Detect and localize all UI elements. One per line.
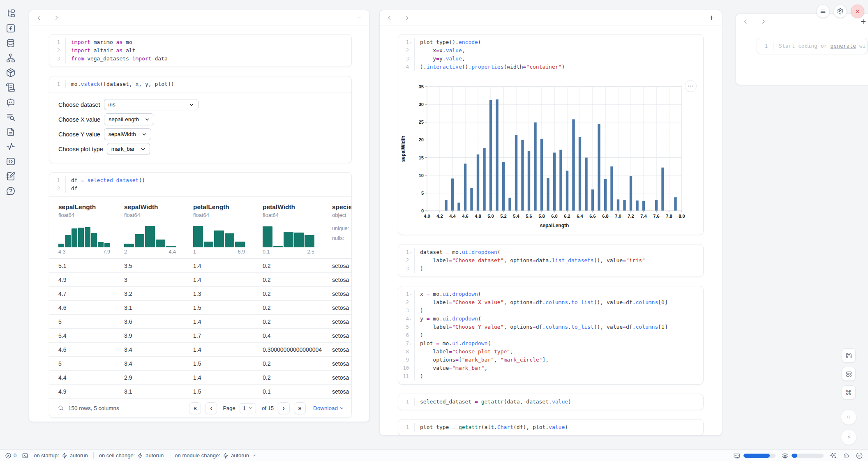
code-editor[interactable]: 1selected_dataset = getattr(data, datase…	[398, 394, 703, 410]
code-line: import altair as alt	[71, 46, 168, 55]
sidebar-help-button[interactable]	[6, 186, 16, 196]
line-number: 2	[53, 184, 65, 193]
code-cell-imports[interactable]: 123import marimo as moimport altair as a…	[49, 34, 352, 67]
sidebar-package-button[interactable]	[6, 68, 16, 78]
code-cell-plot-cell[interactable]: 1⌄234plot_type().encode( x=x.value, y=y.…	[398, 34, 704, 235]
download-button[interactable]: Download	[313, 405, 344, 411]
generate-with-ai-link[interactable]: generate	[830, 43, 856, 49]
code-editor[interactable]: 1plot_type = getattr(alt.Chart(df), plot…	[398, 420, 703, 435]
first-page-button[interactable]: «	[189, 402, 201, 414]
code-cell-plot-type[interactable]: 1plot_type = getattr(alt.Chart(df), plot…	[398, 419, 704, 436]
sidebar-function-square-button[interactable]	[6, 23, 16, 33]
function-square-icon	[6, 23, 16, 33]
table-row[interactable]: 4.42.91.40.2setosa	[49, 371, 351, 385]
svg-text:5.2: 5.2	[500, 214, 506, 219]
line-number-gutter: 12	[49, 176, 66, 193]
sidebar-scratchpad-button[interactable]	[6, 157, 16, 166]
code-cell-dataset-dropdown[interactable]: 1⌄23dataset = mo.ui.dropdown( label="Cho…	[398, 244, 704, 277]
table-row[interactable]: 4.73.21.30.2setosa	[49, 287, 351, 301]
code-editor[interactable]: 1⌄234plot_type().encode( x=x.value, y=y.…	[398, 35, 703, 75]
sidebar-database-button[interactable]	[6, 38, 16, 48]
chevron-right-icon[interactable]	[404, 15, 410, 21]
table-row[interactable]: 5.43.91.70.4setosa	[49, 329, 351, 343]
code-editor[interactable]: 1⌄23dataset = mo.ui.dropdown( label="Cho…	[398, 244, 703, 277]
add-cell-icon[interactable]	[708, 14, 715, 21]
page-number-select[interactable]: 1	[240, 403, 256, 413]
error-count-indicator[interactable]: 0	[5, 452, 16, 459]
bar-chart[interactable]: 4.04.24.44.64.85.05.25.45.65.86.06.26.46…	[398, 79, 704, 232]
dropdown-select-iris[interactable]: iris	[104, 99, 199, 110]
code-cell-dataframe[interactable]: 12df = selected_dataset()dfsepalLengthfl…	[49, 172, 352, 418]
chart-options-button[interactable]	[685, 80, 697, 92]
chevron-down-icon	[251, 453, 256, 458]
table-row[interactable]: 53.41.50.2setosa	[49, 357, 351, 371]
chevron-left-icon[interactable]	[386, 15, 392, 21]
code-editor[interactable]: 1mo.vstack([dataset, x, y, plot])	[49, 76, 351, 92]
column-stats: unique:nulls:	[332, 224, 351, 243]
altair-chart-output[interactable]: 4.04.24.44.64.85.05.25.45.65.86.06.26.46…	[398, 75, 703, 235]
chevron-left-icon[interactable]	[743, 18, 749, 25]
save-button[interactable]	[842, 348, 856, 362]
sidebar-notebook-pen-button[interactable]	[6, 171, 16, 181]
sidebar-dependency-graph-button[interactable]	[6, 53, 16, 63]
code-editor[interactable]: 123import marimo as moimport altair as a…	[49, 35, 351, 67]
sidebar-tracing-button[interactable]	[6, 142, 16, 152]
sidebar-file-tree-button[interactable]	[6, 9, 16, 18]
run-button[interactable]	[841, 429, 856, 445]
table-row[interactable]: 4.931.40.2setosa	[49, 273, 351, 287]
chevron-right-icon[interactable]	[53, 15, 60, 21]
column-header-species[interactable]: speciesobjectunique:nulls:	[332, 203, 351, 258]
code-cell-vstack[interactable]: 1mo.vstack([dataset, x, y, plot])Choose …	[49, 76, 352, 163]
svg-text:4.6: 4.6	[462, 214, 468, 219]
copilot-icon[interactable]	[843, 452, 850, 459]
table-cell: 1.4	[193, 346, 263, 353]
column-header-petalLength[interactable]: petalLengthfloat6416.9	[193, 203, 263, 258]
code-editor[interactable]: 12df = selected_dataset()df	[49, 173, 351, 196]
terminal-toggle[interactable]	[22, 452, 28, 459]
on-cell-change-config[interactable]: on cell change: autorun	[99, 452, 164, 459]
line-number: 10	[402, 364, 414, 372]
column-header-sepalWidth[interactable]: sepalWidthfloat6424.4	[124, 203, 193, 258]
next-page-button[interactable]: ›	[278, 402, 290, 414]
memory-usage[interactable]	[733, 452, 776, 459]
layout-button[interactable]	[842, 367, 856, 381]
dropdown-select-sepalWidth[interactable]: sepalWidth	[104, 128, 151, 140]
stop-button[interactable]	[841, 409, 856, 425]
sidebar-chat-button[interactable]	[6, 97, 16, 107]
column-header-sepalLength[interactable]: sepalLengthfloat644.37.9	[58, 203, 124, 258]
table-row[interactable]: 5.13.51.40.2setosa	[49, 259, 351, 273]
dropdown-select-sepalLength[interactable]: sepalLength	[104, 113, 154, 125]
settings-button[interactable]	[833, 5, 847, 18]
table-row[interactable]: 53.61.40.2setosa	[49, 315, 351, 329]
cpu-usage[interactable]	[781, 452, 824, 459]
connection-status-icon[interactable]	[856, 452, 863, 459]
code-editor[interactable]: 1⌄234⌄567⌄891011x = mo.ui.dropdown( labe…	[398, 286, 703, 384]
previous-page-button[interactable]: ‹	[205, 402, 217, 414]
ai-sparkles-icon[interactable]	[829, 452, 837, 459]
code-cell-selected-dataset[interactable]: 1selected_dataset = getattr(data, datase…	[398, 394, 704, 410]
sidebar-snippets-button[interactable]	[6, 127, 16, 137]
chevron-left-icon[interactable]	[36, 15, 42, 21]
column-header-petalWidth[interactable]: petalWidthfloat640.12.5	[263, 203, 332, 258]
dropdown-select-mark_bar[interactable]: mark_bar	[107, 143, 150, 155]
menu-button[interactable]	[816, 5, 830, 18]
table-row[interactable]: 4.63.41.40.30000000000000004setosa	[49, 343, 351, 357]
on-startup-config[interactable]: on startup: autorun	[34, 452, 88, 459]
table-row[interactable]: 4.93.11.50.1setosa	[49, 385, 351, 399]
table-row[interactable]: 4.63.11.50.2setosa	[49, 301, 351, 315]
code-cell-xy-plot-dropdowns[interactable]: 1⌄234⌄567⌄891011x = mo.ui.dropdown( labe…	[398, 286, 704, 385]
code-placeholder[interactable]: Start coding or generate with	[779, 42, 868, 50]
shutdown-button[interactable]	[851, 5, 864, 18]
chevron-right-icon[interactable]	[760, 18, 766, 25]
search-icon[interactable]	[58, 405, 64, 411]
table-cell: 4.4	[58, 374, 124, 381]
sidebar-logs-button[interactable]	[6, 83, 16, 92]
on-module-change-config[interactable]: on module change: autorun	[175, 452, 256, 459]
empty-code-cell[interactable]: 1 Start coding or generate with	[757, 38, 868, 54]
table-header: sepalLengthfloat644.37.9sepalWidthfloat6…	[49, 197, 351, 259]
add-cell-icon[interactable]	[356, 14, 362, 21]
add-cell-icon[interactable]	[860, 18, 867, 25]
last-page-button[interactable]: »	[294, 402, 306, 414]
keyboard-shortcuts-button[interactable]: ⌘	[842, 385, 856, 399]
sidebar-doc-search-button[interactable]	[6, 112, 16, 122]
